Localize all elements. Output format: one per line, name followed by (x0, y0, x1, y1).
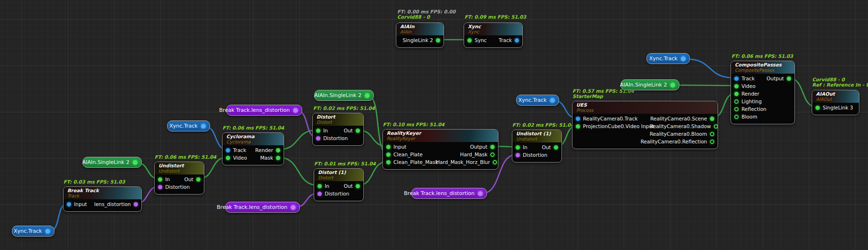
port-dot[interactable] (515, 38, 519, 43)
port-dot[interactable] (158, 177, 162, 182)
port-dot[interactable] (670, 83, 675, 87)
port-out[interactable]: Out (184, 176, 201, 182)
port-in[interactable]: In (316, 128, 328, 133)
port-clean-plate-in[interactable]: Clean_Plate (386, 152, 423, 157)
port-sync-in[interactable]: Sync (467, 37, 487, 43)
port-dot[interactable] (386, 145, 391, 149)
port-video-in[interactable]: Video (734, 83, 755, 89)
port-reflection-in[interactable]: Reflection (734, 106, 766, 112)
port-in[interactable]: In (516, 144, 528, 150)
pill-xync-track-4[interactable]: Xync.Track (646, 53, 690, 64)
port-render-out[interactable]: Render (255, 147, 280, 153)
edge-pill-xync-track-4--composite.track[interactable] (684, 59, 736, 78)
port-dot[interactable] (226, 156, 230, 160)
pill-break-lens-1[interactable]: Break Track.lens_distortion (226, 105, 302, 116)
port-distortion-in[interactable]: Distortion (316, 135, 348, 141)
port-track-out[interactable]: Track (499, 37, 519, 43)
port-dot[interactable] (710, 117, 714, 121)
port-dot[interactable] (734, 115, 739, 119)
node-aiain[interactable]: AIAIn AIAIn SingleLink 2 (396, 22, 444, 48)
pill-xync-track-3[interactable]: Xync.Track (516, 95, 559, 106)
node-undistort[interactable]: Undistort Undistort In Out Distortion (154, 162, 204, 195)
port-input-in[interactable]: Input (67, 201, 87, 207)
port-lighting-in[interactable]: Lighting (734, 98, 762, 104)
node-undistort1[interactable]: Undistort (1) Undistort In Out Distortio… (512, 130, 562, 163)
port-dot[interactable] (550, 98, 555, 103)
node-distort1[interactable]: Distort (1) Distort In Out Distortion (314, 168, 364, 201)
pill-xync-track-1[interactable]: Xync.Track (12, 226, 54, 237)
pill-aiain-singlelink2-2[interactable]: AIAIn.SingleLink 2 (314, 90, 374, 101)
port-distortion-in[interactable]: Distortion (318, 191, 349, 196)
port-realitycamera0-track-in[interactable]: RealityCamera0.Track (576, 116, 638, 121)
port-dot[interactable] (316, 136, 320, 141)
port-projectioncube0-video-input-in[interactable]: ProjectionCube0.Video Input (576, 123, 650, 129)
port-dot[interactable] (45, 229, 50, 234)
port-dot[interactable] (815, 106, 820, 110)
port-track-in[interactable]: Track (734, 76, 754, 81)
port-dot[interactable] (365, 93, 370, 98)
port-in[interactable]: In (158, 176, 170, 182)
port-dot[interactable] (318, 192, 322, 196)
port-dot[interactable] (710, 140, 714, 144)
port-singlelink3-in[interactable]: SingleLink 3 (815, 105, 853, 110)
port-dot[interactable] (196, 177, 201, 182)
port-dot[interactable] (276, 156, 280, 160)
port-dot[interactable] (554, 145, 558, 150)
port-dot[interactable] (516, 153, 520, 157)
port-out[interactable]: Out (542, 144, 558, 150)
node-ues[interactable]: UES Process RealityCamera0.Track Reality… (572, 101, 718, 149)
port-realitycamera0-shadow-out[interactable]: RealityCamera0.Shadow (650, 123, 714, 129)
port-dot[interactable] (734, 99, 739, 104)
port-hard-mask-horz-blur-out[interactable]: Hard_Mask_Horz_Blur (436, 159, 495, 165)
port-dot[interactable] (576, 117, 580, 121)
node-distort[interactable]: Distort Distort In Out Distortion (312, 113, 364, 146)
port-dot[interactable] (134, 202, 138, 207)
port-dot[interactable] (714, 124, 718, 129)
port-dot[interactable] (318, 184, 322, 188)
port-realitycamera0-reflection-out[interactable]: RealityCamera0.Reflection (641, 139, 714, 144)
node-break-track[interactable]: Break Track Track Input lens_distortion (63, 186, 142, 212)
port-in[interactable]: In (318, 183, 329, 189)
node-compositepasses[interactable]: CompositePasses CompositePasses Track Ou… (730, 61, 795, 124)
pill-aiain-singlelink2-1[interactable]: AIAIn.SingleLink 2 (83, 157, 142, 168)
port-hard-mask-out[interactable]: Hard_Mask (460, 152, 495, 157)
port-dot[interactable] (436, 38, 440, 43)
port-dot[interactable] (734, 107, 739, 111)
port-video-in[interactable]: Video (226, 155, 247, 161)
node-aiaout[interactable]: AIAOut AIAOut SingleLink 3 (812, 90, 859, 115)
port-distortion-in[interactable]: Distortion (158, 184, 190, 190)
pill-xync-track-2[interactable]: Xync.Track (167, 120, 210, 131)
port-dot[interactable] (276, 148, 280, 152)
port-dot[interactable] (133, 160, 138, 165)
port-dot[interactable] (734, 84, 739, 88)
port-output-out[interactable]: Output (767, 76, 791, 81)
port-out[interactable]: Out (344, 183, 360, 189)
port-realitycamera0-bloom-out[interactable]: RealityCamera0.Bloom (650, 131, 714, 137)
port-input-in[interactable]: Input (386, 144, 406, 150)
port-dot[interactable] (734, 76, 739, 81)
port-singlelink2-out[interactable]: SingleLink 2 (402, 37, 440, 43)
port-dot[interactable] (201, 124, 206, 129)
node-cyclorama[interactable]: Cyclorama Cyclorama Track Render Video M… (222, 132, 284, 165)
node-realitykeyer[interactable]: RealityKeyer RealityKeyer Input Output C… (382, 129, 498, 170)
port-dot[interactable] (293, 108, 298, 113)
port-clean-plate-mask-in[interactable]: Clean_Plate_Mask (386, 159, 436, 165)
port-render-in[interactable]: Render (734, 91, 759, 97)
pill-break-lens-3[interactable]: Break Track.lens_distortion (412, 188, 487, 199)
port-dot[interactable] (710, 132, 714, 136)
port-bloom-in[interactable]: Bloom (734, 114, 757, 120)
port-track-in[interactable]: Track (226, 147, 246, 153)
port-dot[interactable] (291, 205, 296, 210)
port-dot[interactable] (734, 92, 739, 96)
port-dot[interactable] (158, 185, 162, 189)
port-out[interactable]: Out (344, 128, 360, 133)
port-output-out[interactable]: Output (470, 144, 495, 150)
port-dot[interactable] (386, 152, 391, 157)
port-dot[interactable] (490, 145, 495, 149)
port-dot[interactable] (490, 152, 495, 157)
port-dot[interactable] (493, 160, 497, 164)
node-graph-canvas[interactable]: FT: 0.00 ms FPS: 0.00 Corvid88 - 0 FT: 0… (0, 0, 868, 250)
port-dot[interactable] (516, 145, 520, 150)
port-dot[interactable] (356, 129, 360, 133)
port-dot[interactable] (681, 56, 686, 61)
